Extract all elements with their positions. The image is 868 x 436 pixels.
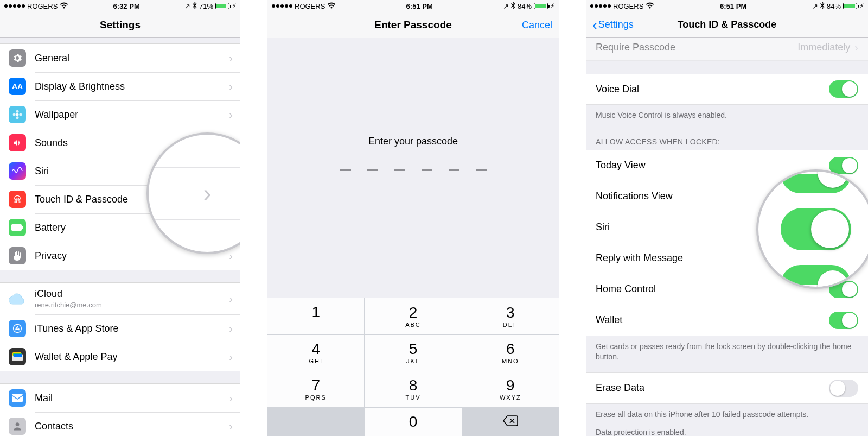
row-label: Contacts — [35, 421, 229, 432]
svg-point-0 — [16, 113, 19, 116]
text-size-icon: AA — [9, 78, 26, 95]
row-label: Wallet & Apple Pay — [35, 351, 229, 363]
chevron-right-icon: › — [229, 323, 233, 335]
today-view-label: Today View — [596, 160, 829, 171]
key-8[interactable]: 8TUV — [365, 371, 461, 407]
chevron-right-icon: › — [229, 52, 233, 65]
battery-icon — [534, 3, 548, 9]
carrier-label: ROGERS — [295, 2, 325, 10]
key-0[interactable]: 0 — [365, 408, 461, 436]
row-walletpay[interactable]: Wallet & Apple Pay › — [0, 343, 240, 371]
row-icloud[interactable]: iCloud rene.ritchie@me.com › — [0, 283, 240, 314]
carrier-label: ROGERS — [613, 2, 643, 10]
phone-touchid-passcode: ROGERS 6:51 PM ↗ 84% ⚡︎ ‹ Settings Touch… — [586, 0, 868, 436]
chevron-right-icon: › — [229, 420, 233, 433]
key-1[interactable]: 1 — [267, 298, 364, 334]
key-4[interactable]: 4GHI — [267, 335, 364, 371]
fingerprint-icon — [9, 191, 26, 208]
key-delete[interactable] — [462, 408, 559, 436]
row-mail[interactable]: Mail › — [0, 384, 240, 412]
key-2[interactable]: 2ABC — [365, 298, 461, 334]
nav-back-button[interactable]: ‹ Settings — [586, 12, 640, 37]
chevron-right-icon: › — [854, 41, 858, 54]
row-require-passcode[interactable]: Require Passcode Immediately › — [586, 38, 868, 61]
svg-rect-11 — [14, 354, 22, 357]
bluetooth-icon — [511, 2, 515, 11]
row-wallet: Wallet — [586, 305, 868, 336]
wifi-icon — [327, 2, 336, 10]
icloud-icon — [9, 290, 26, 307]
svg-rect-12 — [12, 394, 23, 402]
svg-rect-6 — [22, 226, 23, 229]
key-9[interactable]: 9WXYZ — [462, 371, 559, 407]
erase-switch[interactable] — [829, 380, 858, 397]
wallet-switch[interactable] — [829, 312, 858, 329]
chevron-right-icon: › — [229, 351, 233, 363]
chevron-left-icon: ‹ — [592, 18, 597, 32]
key-5[interactable]: 5JKL — [365, 335, 461, 371]
row-itunes[interactable]: iTunes & App Store › — [0, 314, 240, 343]
chevron-right-icon: › — [229, 109, 233, 121]
mail-icon — [9, 389, 26, 407]
chevron-right-icon: › — [203, 180, 212, 207]
location-icon: ↗ — [503, 2, 509, 10]
row-wallpaper[interactable]: Wallpaper › — [0, 100, 240, 129]
battery-icon — [215, 3, 229, 9]
speaker-icon — [9, 134, 26, 151]
siri-icon — [9, 162, 26, 180]
battery-icon — [843, 3, 857, 9]
voice-dial-switch[interactable] — [829, 80, 858, 98]
row-general[interactable]: General › — [0, 44, 240, 72]
numeric-keypad: 1 2ABC 3DEF 4GHI 5JKL 6MNO 7PQRS 8TUV 9W… — [267, 298, 559, 436]
nav-title: Enter Passcode — [374, 19, 452, 31]
svg-rect-5 — [11, 224, 22, 231]
nav-title: Settings — [100, 19, 141, 31]
charging-icon: ⚡︎ — [232, 2, 236, 10]
charging-icon: ⚡︎ — [550, 2, 554, 10]
chevron-right-icon: › — [229, 392, 233, 405]
home-control-label: Home Control — [596, 283, 829, 295]
svg-point-2 — [16, 116, 19, 119]
backspace-icon — [502, 415, 519, 429]
gear-icon — [9, 49, 26, 67]
svg-point-1 — [16, 110, 19, 113]
svg-point-13 — [16, 422, 20, 426]
magnifier-reply-switch — [756, 169, 868, 289]
nav-bar: Settings — [0, 12, 240, 38]
wallet-footer: Get cards or passes ready from the lock … — [586, 336, 868, 368]
cancel-button[interactable]: Cancel — [515, 12, 559, 38]
status-time: 6:32 PM — [113, 2, 140, 10]
reply-switch-zoom — [781, 208, 851, 250]
hand-icon — [9, 247, 26, 264]
row-label: Mail — [35, 393, 229, 404]
allow-header: ALLOW ACCESS WHEN LOCKED: — [586, 127, 868, 150]
signal-dots-icon — [4, 4, 25, 8]
key-blank — [267, 408, 364, 436]
today-view-switch[interactable] — [829, 157, 858, 174]
battery-pct: 84% — [518, 2, 532, 10]
row-display[interactable]: AA Display & Brightness › — [0, 72, 240, 100]
row-subtitle: rene.ritchie@me.com — [35, 301, 229, 309]
wallet-label: Wallet — [596, 314, 829, 326]
row-voice-dial: Voice Dial — [586, 74, 868, 105]
erase-label: Erase Data — [596, 382, 829, 394]
wallet-icon — [9, 348, 26, 365]
chevron-right-icon: › — [229, 250, 233, 262]
key-7[interactable]: 7PQRS — [267, 371, 364, 407]
key-3[interactable]: 3DEF — [462, 298, 559, 334]
flower-icon — [9, 106, 26, 123]
wifi-icon — [60, 2, 68, 10]
svg-point-3 — [13, 113, 16, 116]
key-6[interactable]: 6MNO — [462, 335, 559, 371]
status-time: 6:51 PM — [720, 2, 746, 10]
require-label: Require Passcode — [596, 42, 797, 53]
row-label: Wallpaper — [35, 109, 229, 121]
bluetooth-icon — [193, 2, 197, 11]
contacts-icon — [9, 418, 26, 435]
svg-point-7 — [14, 325, 22, 333]
signal-dots-icon — [272, 4, 292, 8]
chevron-right-icon: › — [229, 293, 233, 305]
row-contacts[interactable]: Contacts › — [0, 412, 240, 436]
row-erase-data: Erase Data — [586, 372, 868, 404]
battery-pct: 71% — [199, 2, 213, 10]
